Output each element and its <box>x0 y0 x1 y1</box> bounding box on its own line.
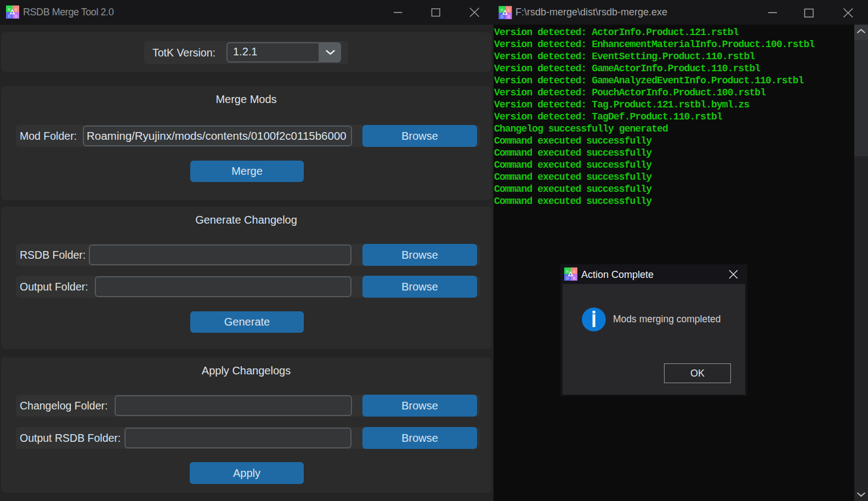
svg-text:D: D <box>8 14 10 18</box>
svg-text:B: B <box>507 15 510 19</box>
svg-text:S: S <box>15 8 18 12</box>
svg-text:D: D <box>501 15 503 19</box>
svg-text:B: B <box>573 276 576 280</box>
svg-text:B: B <box>15 14 18 18</box>
svg-text:R: R <box>8 8 10 12</box>
svg-text:D: D <box>566 276 569 280</box>
svg-text:R: R <box>566 270 569 274</box>
svg-text:S: S <box>573 270 576 274</box>
svg-text:S: S <box>507 8 510 12</box>
svg-text:R: R <box>501 8 503 12</box>
